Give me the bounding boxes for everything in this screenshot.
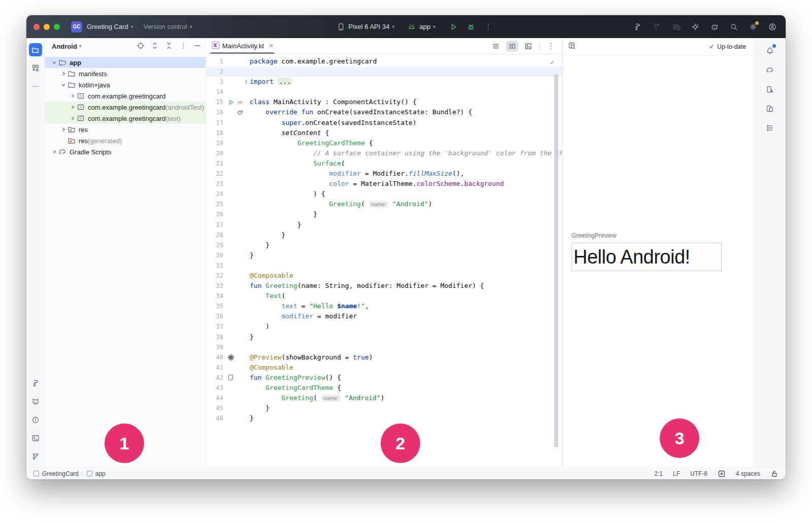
code-line-40[interactable]: 40@Preview(showBackground = true) — [206, 352, 562, 363]
debug-button[interactable] — [466, 22, 476, 32]
gutter[interactable]: 41 — [206, 363, 250, 373]
tree-item-manifests[interactable]: manifests — [45, 68, 206, 79]
code-line-16[interactable]: 16 override fun onCreate(savedInstanceSt… — [206, 107, 562, 117]
project-menu[interactable]: Greeting Card ▾ — [87, 23, 133, 30]
code-line-20[interactable]: 20 // A surface container using the 'bac… — [206, 148, 562, 158]
locate-file-icon[interactable] — [137, 42, 145, 51]
code-line-30[interactable]: 30} — [206, 250, 562, 260]
gutter[interactable]: 24 — [206, 189, 250, 199]
gutter[interactable]: 28 — [206, 230, 250, 240]
editor-scrollbar[interactable] — [554, 74, 558, 447]
expand-all-icon[interactable] — [151, 42, 159, 51]
code-line-27[interactable]: 27 } — [206, 220, 562, 230]
chevron-right-icon[interactable] — [51, 149, 58, 154]
preview-composable-name[interactable]: GreetingPreview — [571, 232, 617, 239]
code-view-button[interactable] — [490, 41, 502, 52]
code-line-23[interactable]: 23 color = MaterialTheme.colorScheme.bac… — [206, 179, 562, 189]
gutter[interactable]: 18 — [206, 128, 250, 138]
gutter[interactable]: 23 — [206, 179, 250, 189]
tree-item-app[interactable]: app — [45, 57, 206, 68]
run-gutter-icon[interactable] — [227, 98, 235, 106]
gutter[interactable]: 3❯ — [206, 77, 250, 87]
notifications-button[interactable] — [763, 44, 776, 57]
tab-mainactivity[interactable]: MainActivity.kt ✕ — [206, 38, 279, 54]
gutter[interactable]: 34 — [206, 291, 250, 301]
gutter[interactable]: 15</> — [206, 97, 250, 107]
gear-gutter-icon[interactable] — [227, 353, 235, 362]
gutter[interactable]: 45 — [206, 403, 250, 413]
code-line-42[interactable]: 42fun GreetingPreview() { — [206, 373, 562, 383]
gutter[interactable]: 17 — [206, 118, 250, 128]
lock-icon[interactable] — [770, 470, 779, 478]
run-configuration-selector[interactable]: app ▾ — [407, 22, 435, 32]
code-line-45[interactable]: 45 } — [206, 403, 562, 413]
code-line-46[interactable]: 46} — [206, 413, 562, 423]
chevron-right-icon[interactable] — [60, 71, 67, 76]
gutter[interactable]: 37 — [206, 321, 250, 332]
code-line-39[interactable]: 39 — [206, 342, 562, 352]
ai-assistant-icon[interactable] — [709, 22, 720, 32]
sync-icon[interactable] — [671, 22, 681, 32]
gutter[interactable]: 22 — [206, 169, 250, 179]
close-tab-icon[interactable]: ✕ — [269, 43, 274, 49]
gutter[interactable]: 21 — [206, 158, 250, 169]
gutter[interactable]: 46 — [206, 413, 250, 423]
gutter[interactable]: 30 — [206, 250, 250, 260]
device-selector[interactable]: Pixel 6 API 34 ▾ — [336, 22, 395, 32]
more-tools-button[interactable] — [29, 80, 42, 93]
design-view-button[interactable] — [522, 41, 534, 52]
code-line-24[interactable]: 24 ) { — [206, 189, 562, 199]
panel-options-icon[interactable] — [179, 42, 187, 51]
gutter[interactable]: 40 — [206, 352, 250, 363]
git-tool-button[interactable] — [29, 450, 42, 463]
tree-item-kotlin-java[interactable]: kotlin+java — [45, 79, 206, 90]
gutter[interactable]: 38 — [206, 332, 250, 342]
code-line-18[interactable]: 18 setContent { — [206, 128, 562, 138]
build-icon[interactable] — [632, 22, 642, 32]
code-line-15[interactable]: 15</>class MainActivity : ComponentActiv… — [206, 97, 562, 107]
resource-manager-button[interactable] — [29, 61, 42, 75]
code-editor[interactable]: ✓ 1package com.example.greetingcard23❯im… — [206, 54, 562, 467]
indent-widget[interactable]: 4 spaces — [736, 470, 760, 477]
gutter[interactable]: 26 — [206, 209, 250, 219]
line-ending-widget[interactable]: LF — [673, 470, 680, 477]
hide-panel-icon[interactable] — [193, 42, 201, 51]
chevron-down-icon[interactable] — [60, 82, 67, 87]
gutter[interactable]: 39 — [206, 342, 250, 352]
code-line-25[interactable]: 25 Greeting( name: "Android") — [206, 199, 562, 209]
close-window-button[interactable] — [33, 24, 40, 30]
tree-item-res[interactable]: res — [45, 124, 206, 135]
device-manager-button[interactable] — [763, 83, 776, 96]
code-line-35[interactable]: 35 text = "Hello $name!", — [206, 301, 562, 311]
breadcrumb-project[interactable]: GreetingCard — [42, 470, 79, 477]
override-gutter-icon[interactable] — [236, 109, 244, 117]
code-line-19[interactable]: 19 GreetingCardTheme { — [206, 138, 562, 148]
tree-item-gradle-scripts[interactable]: Gradle Scripts — [45, 146, 206, 157]
code-line-22[interactable]: 22 modifier = Modifier.fillMaxSize(), — [206, 169, 562, 179]
breadcrumb-module[interactable]: app — [95, 470, 106, 477]
gutter[interactable]: 36 — [206, 311, 250, 321]
profiler-icon[interactable]: A — [652, 22, 662, 32]
minimize-window-button[interactable] — [44, 24, 50, 30]
code-line-34[interactable]: 34 Text( — [206, 291, 562, 301]
gutter[interactable]: 43 — [206, 383, 250, 393]
code-line-31[interactable]: 31 — [206, 260, 562, 271]
gutter[interactable]: 16 — [206, 107, 250, 117]
encoding-widget[interactable]: UTF-8 — [690, 470, 707, 477]
tree-item-com-example-greetingcard[interactable]: com.example.greetingcard (test) — [45, 113, 206, 124]
gutter[interactable]: 29 — [206, 240, 250, 250]
project-view-selector[interactable]: Android — [52, 43, 77, 50]
code-line-38[interactable]: 38} — [206, 332, 562, 342]
split-view-button[interactable] — [506, 41, 518, 52]
gutter[interactable]: 32 — [206, 271, 250, 281]
preview-layout-icon[interactable] — [568, 42, 576, 52]
chevron-right-icon[interactable] — [69, 93, 76, 99]
gutter[interactable]: 27 — [206, 220, 250, 230]
running-devices-button[interactable] — [763, 102, 776, 115]
code-line-21[interactable]: 21 Surface( — [206, 158, 562, 169]
editor-options-icon[interactable] — [545, 41, 557, 52]
code-line-26[interactable]: 26 } — [206, 209, 562, 219]
preview-run-gutter-icon[interactable] — [227, 374, 235, 382]
tree-item-com-example-greetingcard[interactable]: com.example.greetingcard (androidTest) — [45, 102, 206, 113]
chevron-right-icon[interactable] — [60, 127, 67, 132]
